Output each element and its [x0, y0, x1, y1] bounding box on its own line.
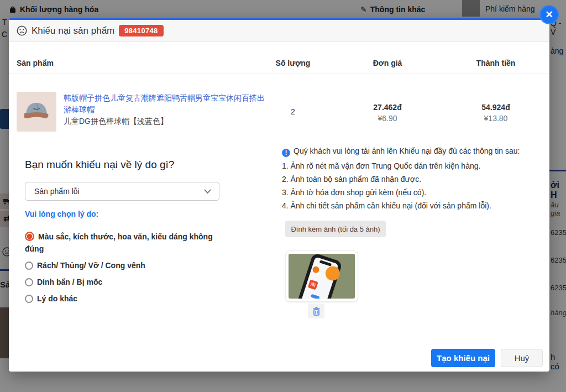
trash-icon [312, 307, 321, 316]
thumbnail-photo: 淘 [289, 254, 355, 299]
reason-option[interactable]: Lý do khác [25, 292, 219, 305]
modal-footer: Tạo khiếu nại Huỷ [9, 342, 549, 373]
sad-face-icon [17, 25, 27, 36]
attach-images-button[interactable]: Đính kèm ảnh (tối đa 5 ảnh) [285, 221, 386, 237]
reason-options: Màu sắc, kích thước, hoa văn, kiểu dáng … [25, 231, 219, 309]
reason-select-value: Sản phẩm lỗi [34, 187, 204, 196]
phone-shape: 淘 [296, 254, 343, 299]
cancel-button[interactable]: Huỷ [501, 349, 543, 367]
radio-icon[interactable] [25, 232, 34, 241]
col-header-total: Thành tiền [457, 59, 534, 67]
col-header-quantity: Số lượng [254, 59, 332, 67]
upload-instructions-list: 1. Ảnh rõ nét mã vận đơn Trung Quốc dán … [282, 159, 542, 212]
reason-option[interactable]: Màu sắc, kích thước, hoa văn, kiểu dáng … [25, 231, 219, 255]
reason-select[interactable]: Sản phẩm lỗi [25, 182, 219, 201]
info-icon: ! [282, 149, 290, 157]
cap-image [17, 92, 56, 132]
uploaded-image-thumbnail[interactable]: 淘 [285, 250, 358, 302]
total-price-vnd: 54.924đ [457, 102, 534, 113]
complaint-modal: Khiếu nại sản phẩm 98410748 Sản phẩm Số … [9, 18, 549, 372]
unit-price-vnd: 27.462đ [349, 102, 426, 113]
reason-option[interactable]: Dính bẩn / Bị mốc [25, 276, 219, 288]
col-header-product: Sản phẩm [17, 59, 54, 67]
product-title-link[interactable]: 韩版帽子拼色儿童复古潮牌遮阳鸭舌帽男童宝宝休闲百搭出游棒球帽 [64, 92, 269, 116]
product-variant: 儿童DG拼色棒球帽【浅蓝色】 [64, 116, 269, 127]
modal-header: Khiếu nại sản phẩm 98410748 [9, 20, 549, 42]
radio-icon[interactable] [25, 295, 33, 303]
complaint-question: Bạn muốn khiếu nại về lý do gì? [25, 159, 174, 171]
modal-title: Khiếu nại sản phẩm [32, 25, 114, 36]
create-complaint-button[interactable]: Tạo khiếu nại [431, 349, 495, 367]
unit-price-cny: ¥6.90 [349, 113, 426, 124]
instruction-item: 2. Ảnh toàn bộ sản phẩm đã nhận được. [282, 173, 542, 186]
radio-icon[interactable] [25, 262, 33, 270]
col-header-unit-price: Đơn giá [349, 59, 426, 67]
delete-image-button[interactable] [308, 304, 324, 318]
taobao-app-icon: 淘 [308, 280, 318, 290]
total-price-cny: ¥13.80 [457, 113, 534, 124]
complaint-id-badge: 98410748 [119, 25, 163, 36]
choose-reason-label: Vui lòng chọn lý do: [25, 210, 98, 218]
decor-circle [312, 265, 320, 274]
unit-price-cell: 27.462đ ¥6.90 [349, 102, 426, 124]
product-image [17, 92, 56, 132]
reason-option[interactable]: Rách/ Thủng/ Vỡ / Cong vênh [25, 259, 219, 271]
phone-notch [319, 260, 332, 266]
radio-icon[interactable] [25, 278, 33, 286]
instruction-item: 1. Ảnh rõ nét mã vận đơn Trung Quốc dán … [282, 159, 542, 173]
blue-pill [311, 294, 320, 299]
close-icon[interactable]: ✕ [539, 5, 559, 24]
product-quantity: 2 [254, 107, 332, 116]
total-price-cell: 54.924đ ¥13.80 [457, 102, 534, 124]
divider [9, 74, 549, 74]
upload-instructions-intro: !Quý khách vui lòng tải ảnh lên Khiếu nạ… [282, 145, 542, 157]
chevron-down-icon [204, 189, 211, 194]
decor-circle [324, 264, 342, 283]
product-info: 韩版帽子拼色儿童复古潮牌遮阳鸭舌帽男童宝宝休闲百搭出游棒球帽 儿童DG拼色棒球帽… [64, 92, 269, 127]
instruction-item: 4. Ảnh chi tiết sản phẩm cần khiếu nại (… [282, 199, 542, 212]
instruction-item: 3. Ảnh tờ hóa đơn shop gửi kèm (nếu có). [282, 186, 542, 199]
